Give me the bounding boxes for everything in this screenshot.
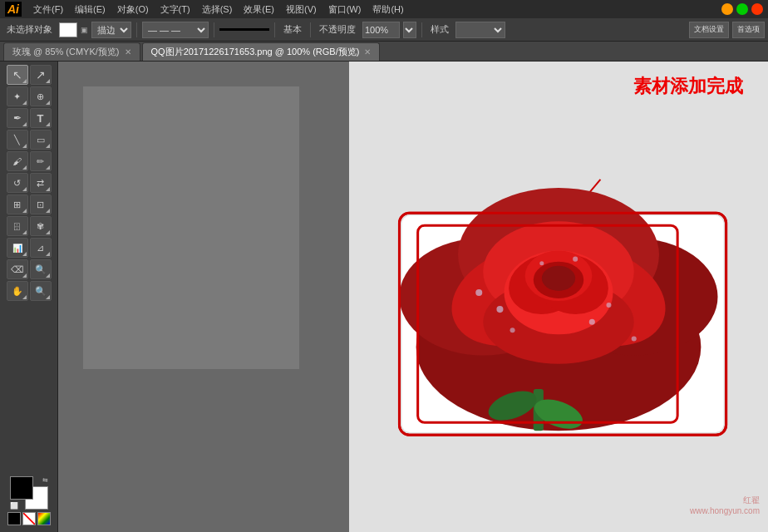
sep5 — [421, 22, 422, 37]
paintbrush-tool[interactable]: 🖌 — [7, 151, 28, 171]
sep1 — [136, 22, 137, 37]
reflect-tool[interactable]: ⇄ — [30, 173, 52, 193]
tool-mode-select[interactable]: 描边 — [91, 22, 131, 38]
direct-select-tool[interactable]: ↗ — [30, 65, 52, 85]
doc-settings-button[interactable]: 文档设置 — [689, 22, 729, 38]
stroke-select[interactable]: — — — — [142, 22, 209, 38]
reset-colors-icon[interactable]: ⬜ — [10, 502, 18, 510]
swatch-row — [7, 512, 51, 525]
svg-rect-30 — [399, 213, 726, 435]
basic-label: 基本 — [280, 22, 305, 37]
minimize-button[interactable] — [721, 3, 733, 15]
color-boxes: ⇆ ⬜ — [10, 476, 48, 510]
maximize-button[interactable] — [736, 3, 748, 15]
symbol-tool[interactable]: ✾ — [30, 216, 52, 236]
svg-point-13 — [504, 251, 613, 335]
scale-tool[interactable]: ⊞ — [7, 195, 28, 214]
close-button[interactable] — [751, 3, 763, 15]
eraser-tool[interactable]: ⌫ — [7, 259, 28, 279]
image-panel: 素材添加完成 — [349, 62, 768, 532]
sep4 — [310, 22, 311, 37]
tab-1-close[interactable]: ✕ — [364, 47, 371, 57]
style-label: 样式 — [427, 22, 452, 37]
magic-wand-tool[interactable]: ✦ — [7, 86, 28, 106]
type-tool[interactable]: T — [30, 108, 52, 128]
pencil-tool[interactable]: ✏ — [30, 151, 52, 171]
artboard-panel — [58, 62, 349, 532]
svg-point-21 — [589, 319, 595, 325]
svg-point-20 — [510, 328, 515, 332]
svg-rect-2 — [399, 213, 726, 435]
tool-row-3: ✒ T — [2, 108, 56, 128]
menu-help[interactable]: 帮助(H) — [367, 2, 408, 17]
svg-rect-4 — [402, 215, 724, 432]
tool-row-8: ⌹ ✾ — [2, 216, 56, 236]
menu-bar: 文件(F) 编辑(E) 对象(O) 文字(T) 选择(S) 效果(E) 视图(V… — [28, 2, 409, 17]
sep3 — [274, 22, 275, 37]
opacity-input[interactable] — [362, 22, 400, 38]
foreground-color[interactable] — [10, 476, 33, 500]
tool-row-6: ↺ ⇄ — [2, 173, 56, 193]
selection-label: 未选择对象 — [3, 22, 56, 37]
toolbar: 未选择对象 ▣ 描边 — — — 基本 不透明度 样式 文档设置 首选项 — [0, 18, 768, 42]
svg-point-11 — [483, 221, 633, 322]
rect-tool[interactable]: ▭ — [30, 130, 52, 150]
menu-view[interactable]: 视图(V) — [281, 2, 322, 17]
lasso-tool[interactable]: ⊕ — [30, 86, 52, 106]
menu-select[interactable]: 选择(S) — [197, 2, 238, 17]
svg-point-5 — [416, 264, 702, 431]
style-select[interactable] — [455, 22, 505, 38]
main-area: ↖ ↗ ✦ ⊕ ✒ T — [0, 62, 768, 532]
slice-tool[interactable]: ⊿ — [30, 238, 52, 258]
svg-point-6 — [399, 238, 567, 355]
tab-0-close[interactable]: ✕ — [125, 47, 131, 57]
svg-point-12 — [483, 280, 633, 364]
menu-window[interactable]: 窗口(W) — [323, 2, 367, 17]
svg-point-14 — [502, 246, 590, 323]
tool-row-1: ↖ ↗ — [2, 65, 56, 85]
swap-colors-icon[interactable]: ⇆ — [42, 476, 48, 484]
column-graph-tool[interactable]: 📊 — [7, 238, 28, 258]
free-transform-tool[interactable]: ⌹ — [7, 216, 28, 236]
svg-point-19 — [496, 306, 503, 313]
annotation-arrow — [349, 62, 768, 532]
svg-point-9 — [438, 230, 595, 362]
preferences-button[interactable]: 首选项 — [732, 22, 765, 38]
swatch-solid[interactable] — [7, 512, 21, 525]
page-tool[interactable]: 🔍 — [30, 281, 52, 301]
opacity-unit-select[interactable] — [403, 22, 416, 38]
tool-row-9: 📊 ⊿ — [2, 238, 56, 258]
tab-1[interactable]: QQ图片20171226171653.png @ 100% (RGB/预览) ✕ — [142, 42, 381, 61]
watermark-line2: www.hongyun.com — [690, 506, 760, 515]
fill-color[interactable] — [59, 22, 77, 37]
menu-text[interactable]: 文字(T) — [155, 2, 195, 17]
zoom-tool[interactable]: 🔍 — [30, 259, 52, 279]
left-toolbar: ↖ ↗ ✦ ⊕ ✒ T — [0, 62, 58, 532]
svg-rect-3 — [418, 225, 677, 422]
select-tool[interactable]: ↖ — [7, 65, 28, 85]
line-tool[interactable]: ╲ — [7, 130, 28, 150]
sep2 — [214, 22, 214, 37]
hand-tool[interactable]: ✋ — [7, 281, 28, 301]
menu-file[interactable]: 文件(F) — [28, 2, 68, 17]
canvas-area[interactable]: 素材添加完成 — [58, 62, 768, 532]
tab-0-label: 玫瑰 @ 85% (CMYK/预览) — [12, 46, 120, 58]
menu-effect[interactable]: 效果(E) — [239, 2, 279, 17]
svg-point-17 — [534, 262, 583, 298]
svg-line-0 — [534, 180, 601, 259]
stroke-preview — [219, 28, 269, 31]
menu-object[interactable]: 对象(O) — [112, 2, 154, 17]
rotate-tool[interactable]: ↺ — [7, 173, 28, 193]
svg-point-7 — [550, 238, 718, 355]
svg-point-18 — [542, 266, 575, 291]
swatch-none[interactable] — [22, 512, 36, 525]
svg-point-25 — [475, 289, 482, 296]
annotation-text: 素材添加完成 — [633, 74, 743, 99]
svg-point-22 — [606, 303, 611, 308]
warp-tool[interactable]: ⊡ — [30, 195, 52, 214]
swatch-gradient[interactable] — [37, 512, 51, 525]
tab-0[interactable]: 玫瑰 @ 85% (CMYK/预览) ✕ — [3, 42, 140, 61]
menu-edit[interactable]: 编辑(E) — [70, 2, 111, 17]
svg-point-16 — [525, 251, 593, 301]
pen-tool[interactable]: ✒ — [7, 108, 28, 128]
